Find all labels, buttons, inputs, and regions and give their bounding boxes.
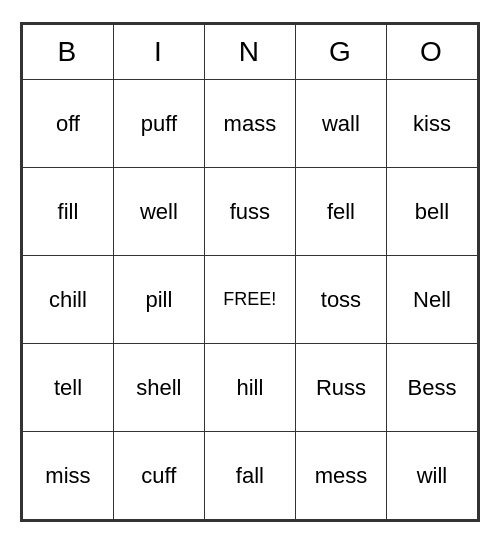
bingo-cell-4-1: cuff bbox=[113, 432, 204, 520]
bingo-cell-3-2: hill bbox=[204, 344, 295, 432]
header-cell-b: B bbox=[23, 25, 114, 80]
header-cell-n: N bbox=[204, 25, 295, 80]
bingo-cell-4-2: fall bbox=[204, 432, 295, 520]
header-cell-o: O bbox=[386, 25, 477, 80]
bingo-cell-2-4: Nell bbox=[386, 256, 477, 344]
bingo-cell-0-2: mass bbox=[204, 80, 295, 168]
bingo-row-1: fillwellfussfellbell bbox=[23, 168, 478, 256]
bingo-cell-2-1: pill bbox=[113, 256, 204, 344]
bingo-card: BINGO offpuffmasswallkissfillwellfussfel… bbox=[20, 22, 480, 522]
bingo-cell-0-1: puff bbox=[113, 80, 204, 168]
bingo-cell-1-2: fuss bbox=[204, 168, 295, 256]
bingo-cell-3-1: shell bbox=[113, 344, 204, 432]
bingo-cell-0-0: off bbox=[23, 80, 114, 168]
bingo-cell-3-3: Russ bbox=[295, 344, 386, 432]
header-row: BINGO bbox=[23, 25, 478, 80]
bingo-cell-0-4: kiss bbox=[386, 80, 477, 168]
header-cell-i: I bbox=[113, 25, 204, 80]
bingo-row-0: offpuffmasswallkiss bbox=[23, 80, 478, 168]
bingo-row-3: tellshellhillRussBess bbox=[23, 344, 478, 432]
header-cell-g: G bbox=[295, 25, 386, 80]
bingo-cell-1-3: fell bbox=[295, 168, 386, 256]
bingo-row-2: chillpillFREE!tossNell bbox=[23, 256, 478, 344]
bingo-cell-4-3: mess bbox=[295, 432, 386, 520]
bingo-cell-0-3: wall bbox=[295, 80, 386, 168]
bingo-cell-3-4: Bess bbox=[386, 344, 477, 432]
bingo-cell-2-2: FREE! bbox=[204, 256, 295, 344]
bingo-row-4: misscufffallmesswill bbox=[23, 432, 478, 520]
bingo-cell-4-4: will bbox=[386, 432, 477, 520]
bingo-cell-1-1: well bbox=[113, 168, 204, 256]
bingo-cell-2-3: toss bbox=[295, 256, 386, 344]
bingo-cell-1-4: bell bbox=[386, 168, 477, 256]
bingo-cell-2-0: chill bbox=[23, 256, 114, 344]
bingo-cell-1-0: fill bbox=[23, 168, 114, 256]
bingo-cell-4-0: miss bbox=[23, 432, 114, 520]
bingo-cell-3-0: tell bbox=[23, 344, 114, 432]
